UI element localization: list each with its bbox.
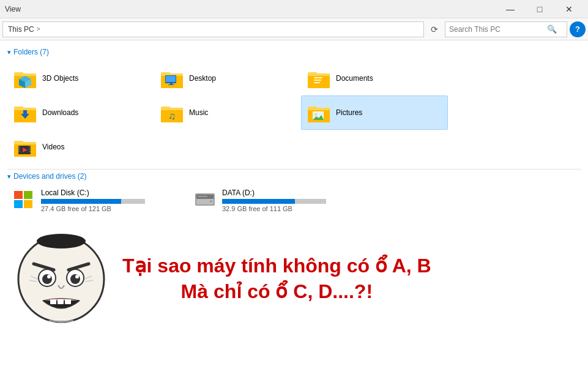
devices-section-header: ▾ Devices and drives (2) xyxy=(7,172,581,181)
meme-line1: Tại sao máy tính không có ổ A, B xyxy=(122,253,431,279)
drives-row: Local Disk (C:) 27.4 GB free of 121 GB xyxy=(7,185,581,215)
svg-rect-33 xyxy=(29,146,31,148)
path-arrow: > xyxy=(37,26,40,32)
folder-icon-music: ♫ xyxy=(160,100,184,125)
window-controls: — □ ✕ xyxy=(496,0,583,18)
address-path[interactable]: This PC > xyxy=(2,21,424,37)
svg-point-44 xyxy=(210,200,212,203)
drive-item-d[interactable]: DATA (D:) 32.9 GB free of 111 GB xyxy=(188,185,360,215)
folder-item-music[interactable]: ♫ Music xyxy=(154,95,301,130)
drive-bar-d xyxy=(222,199,326,204)
minimize-button[interactable]: — xyxy=(496,0,524,18)
svg-point-25 xyxy=(314,113,317,116)
folder-item-desktop[interactable]: Desktop xyxy=(154,61,301,95)
meme-section: Tại sao máy tính không có ổ A, B Mà chỉ … xyxy=(7,225,581,333)
svg-rect-40 xyxy=(24,200,32,208)
folder-label-downloads: Downloads xyxy=(42,108,78,117)
folder-item-videos[interactable]: Videos xyxy=(7,130,154,164)
search-input[interactable] xyxy=(449,25,547,34)
drive-free-d: 32.9 GB free of 111 GB xyxy=(222,205,354,212)
maximize-button[interactable]: □ xyxy=(526,0,554,18)
drive-icon-c xyxy=(13,189,35,211)
svg-rect-58 xyxy=(65,299,71,304)
svg-rect-30 xyxy=(18,146,20,148)
drive-item-c[interactable]: Local Disk (C:) 27.4 GB free of 121 GB xyxy=(7,185,179,215)
svg-rect-34 xyxy=(29,148,31,150)
svg-rect-10 xyxy=(168,84,174,85)
devices-chevron-icon: ▾ xyxy=(7,173,11,181)
svg-point-46 xyxy=(18,236,104,322)
folder-icon-downloads xyxy=(13,100,37,125)
meme-line2: Mà chỉ có ổ C, D....?! xyxy=(122,279,431,305)
svg-rect-39 xyxy=(14,200,23,208)
svg-rect-31 xyxy=(18,148,20,150)
svg-point-54 xyxy=(47,275,51,278)
drive-info-d: DATA (D:) 32.9 GB free of 111 GB xyxy=(222,189,354,212)
svg-rect-13 xyxy=(314,77,322,78)
folder-icon-pictures xyxy=(307,100,331,125)
drive-name-c: Local Disk (C:) xyxy=(41,189,173,197)
svg-rect-32 xyxy=(18,151,20,152)
svg-rect-14 xyxy=(314,80,321,81)
svg-point-52 xyxy=(42,274,52,284)
folders-chevron-icon: ▾ xyxy=(7,48,11,56)
svg-rect-45 xyxy=(198,196,207,197)
window-title: View xyxy=(5,5,21,13)
folder-icon-desktop xyxy=(160,66,184,91)
folder-item-downloads[interactable]: Downloads xyxy=(7,95,154,130)
drive-name-d: DATA (D:) xyxy=(222,189,354,197)
drive-bar-fill-d xyxy=(222,199,295,204)
folder-label-pictures: Pictures xyxy=(336,108,362,117)
folder-label-desktop: Desktop xyxy=(189,74,216,83)
drive-info-c: Local Disk (C:) 27.4 GB free of 121 GB xyxy=(41,189,173,212)
svg-point-47 xyxy=(37,234,86,248)
svg-point-55 xyxy=(75,275,79,278)
close-button[interactable]: ✕ xyxy=(555,0,583,18)
search-icon: 🔍 xyxy=(547,24,557,34)
folder-label-music: Music xyxy=(189,108,208,117)
folders-section-title: Folders (7) xyxy=(13,48,49,56)
section-divider xyxy=(7,169,581,170)
help-button[interactable]: ? xyxy=(570,21,586,37)
drive-bar-fill-c xyxy=(41,199,121,204)
svg-text:♫: ♫ xyxy=(168,111,176,121)
search-box[interactable]: 🔍 xyxy=(445,21,567,37)
svg-rect-8 xyxy=(166,76,176,82)
folder-label-documents: Documents xyxy=(336,74,373,83)
drive-bar-c xyxy=(41,199,145,204)
svg-rect-35 xyxy=(29,151,31,152)
svg-rect-15 xyxy=(314,82,320,83)
devices-section-title: Devices and drives (2) xyxy=(13,172,86,181)
folder-item-documents[interactable]: Documents xyxy=(301,61,448,95)
folder-icon-videos xyxy=(13,135,37,159)
refresh-button[interactable]: ⟳ xyxy=(426,21,442,37)
meme-face-image xyxy=(12,230,110,328)
drive-free-c: 27.4 GB free of 121 GB xyxy=(41,205,173,212)
title-bar: View — □ ✕ xyxy=(0,0,588,18)
svg-rect-37 xyxy=(14,191,23,199)
devices-section: ▾ Devices and drives (2) Local Disk (C:) xyxy=(7,172,581,215)
svg-rect-38 xyxy=(24,191,32,199)
main-content: ▾ Folders (7) 3D Objects xyxy=(0,40,588,366)
folder-item-3dobjects[interactable]: 3D Objects xyxy=(7,61,154,95)
drive-icon-d xyxy=(194,189,216,211)
folders-section-header: ▾ Folders (7) xyxy=(7,48,581,56)
svg-rect-57 xyxy=(58,299,64,304)
folder-item-pictures[interactable]: Pictures xyxy=(301,95,448,130)
svg-point-53 xyxy=(70,274,80,284)
folders-grid: 3D Objects Desktop xyxy=(7,61,581,164)
svg-rect-56 xyxy=(50,299,56,304)
folder-icon-3dobjects xyxy=(13,66,37,91)
path-thispc: This PC xyxy=(8,25,34,34)
folder-label-videos: Videos xyxy=(42,143,64,151)
meme-text-block: Tại sao máy tính không có ổ A, B Mà chỉ … xyxy=(122,253,431,304)
folder-icon-documents xyxy=(307,66,331,91)
folder-label-3dobjects: 3D Objects xyxy=(42,74,78,83)
address-bar: This PC > ⟳ 🔍 ? xyxy=(0,18,588,40)
